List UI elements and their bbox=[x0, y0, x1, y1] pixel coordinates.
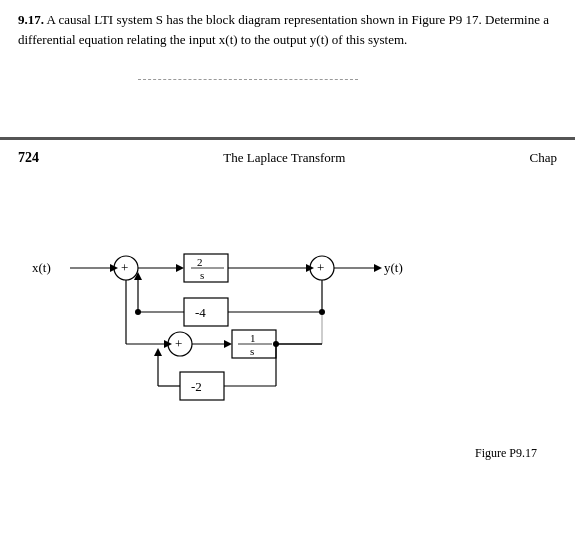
svg-text:-2: -2 bbox=[191, 379, 202, 394]
svg-text:s: s bbox=[200, 269, 204, 281]
dashed-line bbox=[138, 79, 358, 80]
svg-text:+: + bbox=[121, 260, 128, 275]
svg-point-46 bbox=[319, 309, 325, 315]
svg-text:+: + bbox=[175, 336, 182, 351]
block-diagram: x(t) + 2 s + y(t) bbox=[28, 184, 548, 444]
page-title: The Laplace Transform bbox=[223, 150, 345, 166]
svg-point-45 bbox=[273, 341, 279, 347]
bottom-section: 724 The Laplace Transform Chap x(t) + 2 … bbox=[0, 140, 575, 469]
problem-number: 9.17. bbox=[18, 12, 44, 27]
problem-body: A causal LTI system S has the block diag… bbox=[18, 12, 549, 47]
svg-text:2: 2 bbox=[197, 256, 203, 268]
page-header: 724 The Laplace Transform Chap bbox=[18, 150, 557, 166]
problem-text: 9.17. A causal LTI system S has the bloc… bbox=[18, 10, 557, 49]
svg-marker-5 bbox=[176, 264, 184, 272]
svg-rect-19 bbox=[184, 298, 228, 326]
svg-text:s: s bbox=[250, 345, 254, 357]
diagram-svg: x(t) + 2 s + y(t) bbox=[28, 184, 548, 439]
svg-text:1: 1 bbox=[250, 332, 256, 344]
svg-point-47 bbox=[135, 309, 141, 315]
svg-rect-40 bbox=[180, 372, 224, 400]
svg-text:y(t): y(t) bbox=[384, 260, 403, 275]
page-number: 724 bbox=[18, 150, 39, 166]
svg-text:+: + bbox=[317, 260, 324, 275]
chap-label: Chap bbox=[530, 150, 557, 166]
xt-label: x(t) bbox=[32, 260, 51, 275]
svg-marker-30 bbox=[224, 340, 232, 348]
svg-marker-15 bbox=[374, 264, 382, 272]
top-section: 9.17. A causal LTI system S has the bloc… bbox=[0, 0, 575, 140]
svg-marker-44 bbox=[154, 348, 162, 356]
figure-label: Figure P9.17 bbox=[18, 446, 557, 461]
svg-text:-4: -4 bbox=[195, 305, 206, 320]
